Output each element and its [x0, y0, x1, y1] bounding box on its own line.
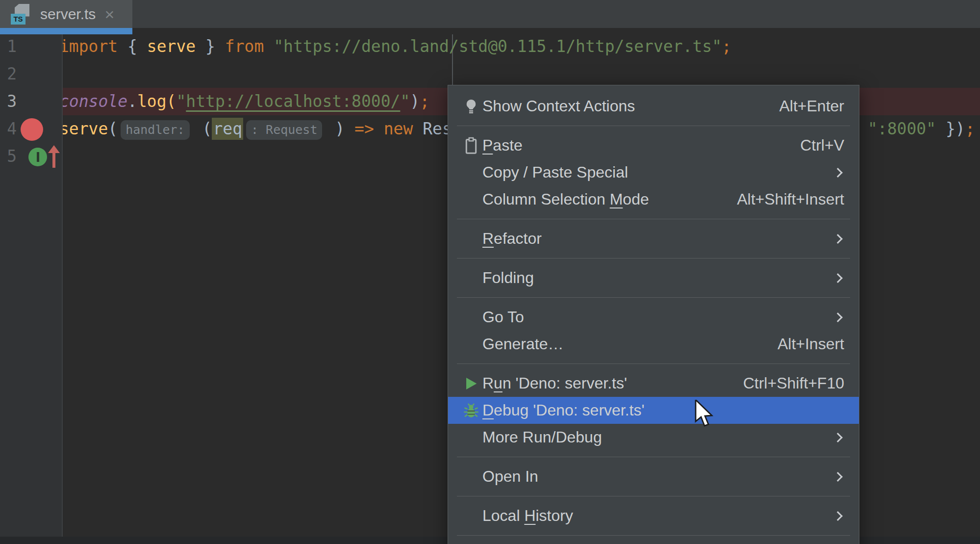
code-token: } — [196, 37, 225, 56]
menu-item-label: Go To — [482, 308, 524, 326]
menu-item-label: Generate… — [482, 335, 563, 353]
code-token: req — [212, 118, 243, 140]
menu-item-label: Show Context Actions — [482, 97, 635, 115]
menu-item-label: Column Selection Mode — [482, 190, 649, 208]
menu-item-folding[interactable]: Folding — [448, 264, 859, 291]
menu-item-label: Copy / Paste Special — [482, 163, 628, 181]
editor-context-menu: Show Context ActionsAlt+EnterPasteCtrl+V… — [448, 85, 859, 544]
menu-shortcut: Ctrl+Shift+F10 — [743, 374, 844, 392]
editor-tab-bar: TS server.ts × — [0, 0, 980, 28]
menu-item-go-to[interactable]: Go To — [448, 304, 859, 331]
clipboard-icon — [460, 137, 482, 155]
menu-item-show-context-actions[interactable]: Show Context ActionsAlt+Enter — [448, 93, 859, 120]
tab-title: server.ts — [40, 6, 96, 23]
menu-item-label: Run 'Deno: server.ts' — [482, 374, 627, 392]
close-icon[interactable]: × — [104, 7, 114, 22]
submenu-arrow-icon — [833, 168, 843, 178]
code-token: ) — [325, 119, 354, 138]
menu-separator — [457, 535, 850, 536]
menu-shortcut: Alt+Enter — [779, 97, 844, 115]
menu-shortcut: Alt+Insert — [778, 335, 844, 353]
menu-item-copy-paste-special[interactable]: Copy / Paste Special — [448, 159, 859, 186]
code-token: ; — [420, 92, 429, 111]
inlay-hint: : Request — [246, 120, 322, 140]
breakpoint-icon[interactable] — [21, 118, 43, 141]
code-token: " — [176, 92, 186, 111]
menu-item-debug-deno-server-ts[interactable]: Debug 'Deno: server.ts' — [448, 397, 859, 424]
line-number: 2 — [0, 60, 17, 88]
line-number: 4 — [0, 115, 17, 143]
menu-item-label: Refactor — [482, 230, 542, 248]
menu-separator — [457, 457, 850, 457]
code-token: new — [384, 119, 413, 138]
menu-separator — [457, 219, 850, 219]
code-token: . — [127, 92, 137, 111]
bug-icon — [460, 402, 482, 419]
code-line[interactable]: import { serve } from "https://deno.land… — [0, 33, 980, 60]
submenu-arrow-icon — [833, 234, 843, 244]
code-line-4-tail: ":8000" }); — [868, 115, 975, 143]
menu-item-label: Open In — [482, 467, 538, 486]
menu-separator — [457, 496, 850, 496]
code-token: ( — [108, 119, 118, 138]
code-token: => — [354, 119, 374, 138]
play-icon — [460, 375, 482, 392]
code-token: " — [400, 92, 410, 111]
code-token: serve — [147, 37, 196, 56]
typescript-file-icon: TS — [11, 4, 33, 25]
code-token: "https://deno.land/std@0.115.1/http/serv… — [274, 37, 722, 56]
code-token: import — [59, 37, 118, 56]
menu-item-refactor[interactable]: Refactor — [448, 225, 859, 252]
submenu-arrow-icon — [833, 273, 843, 283]
code-token — [374, 119, 384, 138]
run-marker-icon[interactable] — [28, 148, 47, 166]
menu-item-more-run-debug[interactable]: More Run/Debug — [448, 424, 859, 451]
code-token: { — [118, 37, 147, 56]
code-token: }) — [936, 119, 965, 138]
submenu-arrow-icon — [833, 511, 843, 521]
code-token: http://localhost:8000/ — [186, 92, 400, 111]
menu-item-label: More Run/Debug — [482, 428, 602, 446]
menu-item-generate[interactable]: Generate…Alt+Insert — [448, 331, 859, 358]
menu-shortcut: Ctrl+V — [800, 136, 844, 155]
menu-item-column-selection-mode[interactable]: Column Selection ModeAlt+Shift+Insert — [448, 186, 859, 213]
code-token: log — [137, 92, 167, 111]
menu-item-label: Folding — [482, 269, 534, 287]
lightbulb-icon — [460, 98, 482, 115]
ts-badge: TS — [11, 14, 25, 25]
tab-server-ts[interactable]: TS server.ts × — [0, 0, 132, 28]
line-number: 1 — [0, 33, 17, 60]
menu-item-run-deno-server-ts[interactable]: Run 'Deno: server.ts'Ctrl+Shift+F10 — [448, 370, 859, 397]
menu-item-label: Local History — [482, 507, 573, 525]
code-token: ( — [193, 119, 212, 138]
menu-item-local-history[interactable]: Local History — [448, 502, 859, 529]
code-token — [264, 37, 274, 56]
menu-item-label: Paste — [482, 136, 523, 155]
submenu-arrow-icon — [833, 433, 843, 442]
submenu-arrow-icon — [833, 472, 843, 482]
line-number: 5 — [0, 143, 17, 170]
code-token: serve — [59, 119, 108, 138]
submenu-arrow-icon — [833, 312, 843, 322]
inlay-hint: handler: — [121, 120, 189, 140]
editor-gutter[interactable]: 12345 — [0, 28, 63, 537]
menu-item-label: Debug 'Deno: server.ts' — [482, 401, 645, 419]
code-token — [413, 119, 423, 138]
menu-separator — [457, 258, 850, 259]
code-token: ; — [965, 119, 975, 138]
code-token: ; — [722, 37, 731, 56]
active-tab-underline — [0, 28, 132, 34]
menu-item-paste[interactable]: PasteCtrl+V — [448, 132, 859, 159]
navigate-up-arrow-icon[interactable] — [47, 145, 61, 171]
code-token: console — [59, 92, 127, 111]
menu-separator — [457, 297, 850, 298]
code-token: from — [225, 37, 264, 56]
line-number: 3 — [0, 88, 17, 115]
code-token: ) — [410, 92, 420, 111]
menu-separator — [457, 363, 850, 364]
menu-item-open-in[interactable]: Open In — [448, 463, 859, 490]
menu-separator — [457, 126, 850, 126]
code-token: ":8000" — [868, 119, 936, 138]
mouse-cursor — [695, 400, 719, 428]
code-token: ( — [167, 92, 176, 111]
